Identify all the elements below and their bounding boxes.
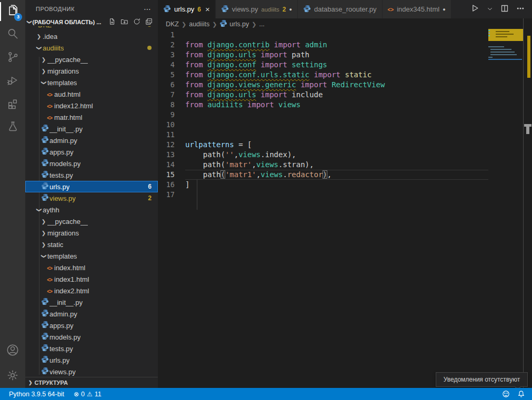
code-editor[interactable]: 12from django.contrib import admin3from … <box>158 30 488 388</box>
code-line-13[interactable]: 13 path('',views.index), <box>158 150 488 160</box>
tree-item-migrations[interactable]: ❯migrations <box>25 65 158 77</box>
workspace-section-header[interactable]: ❯ (РАБОЧАЯ ОБЛАСТЬ) ... <box>25 17 158 26</box>
run-dropdown[interactable] <box>487 5 493 14</box>
code-line-3[interactable]: 3from django.urls import path <box>158 50 488 60</box>
editor-group: urls.py6×views.pyaudiiits2●database_roou… <box>158 0 532 388</box>
problems-status[interactable]: ⊗ 0 ⚠ 11 <box>70 388 105 400</box>
activity-bar-testing[interactable] <box>0 116 25 139</box>
activity-bar-accounts[interactable] <box>0 340 25 363</box>
code-line-11[interactable]: 11 <box>158 130 488 140</box>
chevron-down-icon: ❯ <box>32 26 37 28</box>
close-icon[interactable]: × <box>205 5 210 14</box>
tree-item-matr.html[interactable]: <>matr.html <box>25 111 158 123</box>
tree-item-aud.html[interactable]: <>aud.html <box>25 88 158 100</box>
feedback-button[interactable] <box>498 388 514 400</box>
tree-item-label: urls.py <box>49 183 69 191</box>
activity-bar-extensions[interactable] <box>0 93 25 116</box>
tree-item-.idea[interactable]: ❯.idea <box>25 30 158 42</box>
tree-item-index2.html[interactable]: <>index2.html <box>25 285 158 296</box>
tree-item-index1.html[interactable]: <>index1.html <box>25 273 158 285</box>
tree-item-aythh[interactable]: ❯aythh <box>25 204 158 216</box>
code-line-7[interactable]: 7from django.urls import include <box>158 90 488 100</box>
code-line-10[interactable]: 10 <box>158 120 488 130</box>
code-line-6[interactable]: 6from django.views.generic import Redire… <box>158 80 488 90</box>
code-line-5[interactable]: 5from django.conf.urls.static import sta… <box>158 70 488 80</box>
code-line-12[interactable]: 12urlpatterns = [ <box>158 140 488 150</box>
line-number: 7 <box>158 90 185 100</box>
debug-icon <box>6 74 19 89</box>
gear-icon <box>6 368 19 384</box>
tree-item-index12.html[interactable]: <>index12.html <box>25 100 158 111</box>
python-icon <box>303 5 311 14</box>
code-line-16[interactable]: 16] <box>158 180 488 190</box>
tab-urls.py[interactable]: urls.py6× <box>158 0 216 18</box>
tree-item-audiiits[interactable]: ❯audiiits <box>25 42 158 54</box>
tree-item-admin.py[interactable]: admin.py <box>25 308 158 320</box>
tree-item-__pycache__[interactable]: ❯__pycache__ <box>25 216 158 227</box>
code-line-9[interactable]: 9 <box>158 110 488 120</box>
code-line-14[interactable]: 14 path('matr',views.stran), <box>158 160 488 170</box>
tree-item-admin.py[interactable]: admin.py <box>25 135 158 146</box>
collapse-all-icon[interactable] <box>145 18 153 26</box>
tree-item-apps.py[interactable]: apps.py <box>25 146 158 158</box>
html-file-icon: <> <box>45 102 54 110</box>
explorer-more-actions-icon[interactable]: ⋯ <box>144 5 152 13</box>
error-count: 0 <box>81 391 85 398</box>
tree-item-__pycache__[interactable]: ❯__pycache__ <box>25 54 158 65</box>
tree-item-__init__.py[interactable]: __init__.py <box>25 123 158 135</box>
tree-item-label: urls.py <box>49 356 69 364</box>
python-interpreter-status[interactable]: Python 3.9.5 64-bit <box>5 388 68 400</box>
tab-database_roouter.py[interactable]: database_roouter.py <box>298 0 383 18</box>
modified-dot-icon[interactable]: ● <box>443 7 445 12</box>
tree-item-DKZ[interactable]: ❯DKZ <box>25 26 158 30</box>
chevron-down-icon: ❯ <box>36 206 42 213</box>
code-line-8[interactable]: 8from audiiits import views <box>158 100 488 110</box>
run-button[interactable] <box>470 4 479 15</box>
outline-section-header[interactable]: ❯ СТРУКТУРА <box>25 377 158 388</box>
modified-dot-icon[interactable]: ● <box>289 7 292 12</box>
activity-bar-settings[interactable] <box>0 365 25 388</box>
notifications-bell-button[interactable] <box>514 388 529 400</box>
tree-item-views.py[interactable]: views.py2 <box>25 192 158 204</box>
tree-item-views.py[interactable]: views.py <box>25 366 158 377</box>
tree-item-migrations[interactable]: ❯migrations <box>25 227 158 239</box>
activity-bar-search[interactable] <box>0 23 25 46</box>
tree-item-label: audiiits <box>43 44 64 52</box>
tree-item-models.py[interactable]: models.py <box>25 158 158 169</box>
code-line-2[interactable]: 2from django.contrib import admin <box>158 40 488 50</box>
activity-bar-run-debug[interactable] <box>0 69 25 93</box>
tab-views.py[interactable]: views.pyaudiiits2● <box>216 0 298 18</box>
tree-item-urls.py[interactable]: urls.py <box>25 354 158 366</box>
tree-item-models.py[interactable]: models.py <box>25 331 158 343</box>
code-line-15[interactable]: 15 path('matr1',views.redactor), <box>158 170 488 180</box>
refresh-icon[interactable] <box>133 18 140 26</box>
tree-item-__init__.py[interactable]: __init__.py <box>25 296 158 308</box>
tree-item-static[interactable]: ❯static <box>25 239 158 250</box>
tree-item-index.html[interactable]: <>index.html <box>25 262 158 273</box>
tree-item-apps.py[interactable]: apps.py <box>25 320 158 331</box>
scrollbar-marker[interactable] <box>526 127 529 134</box>
new-file-icon[interactable] <box>108 18 116 26</box>
tree-item-urls.py[interactable]: urls.py6 <box>25 181 158 192</box>
tab-description: audiiits <box>262 6 279 13</box>
code-line-17[interactable]: 17 <box>158 190 488 200</box>
problems-badge: 2 <box>148 194 152 202</box>
python-file-icon <box>40 298 49 307</box>
code-line-4[interactable]: 4from django.conf import settings <box>158 60 488 70</box>
new-folder-icon[interactable] <box>121 18 128 26</box>
more-actions[interactable] <box>516 4 525 15</box>
split-editor-button[interactable] <box>500 4 509 15</box>
breadcrumb-item[interactable]: DKZ <box>166 20 179 28</box>
activity-bar-source-control[interactable] <box>0 46 25 69</box>
breadcrumb-item[interactable]: urls.py <box>219 19 249 29</box>
breadcrumb-item[interactable]: audiiits <box>189 20 209 28</box>
tree-item-templates[interactable]: ❯templates <box>25 77 158 88</box>
activity-bar-explorer[interactable]: 3 <box>0 0 25 23</box>
code-line-1[interactable]: 1 <box>158 30 488 40</box>
tree-item-tests.py[interactable]: tests.py <box>25 343 158 354</box>
tab-index345.html[interactable]: <>index345.html● <box>383 0 451 18</box>
breadcrumb-item[interactable]: ... <box>259 20 264 28</box>
tree-item-tests.py[interactable]: tests.py <box>25 169 158 181</box>
tree-item-templates[interactable]: ❯templates <box>25 250 158 262</box>
minimap[interactable] <box>488 29 524 187</box>
